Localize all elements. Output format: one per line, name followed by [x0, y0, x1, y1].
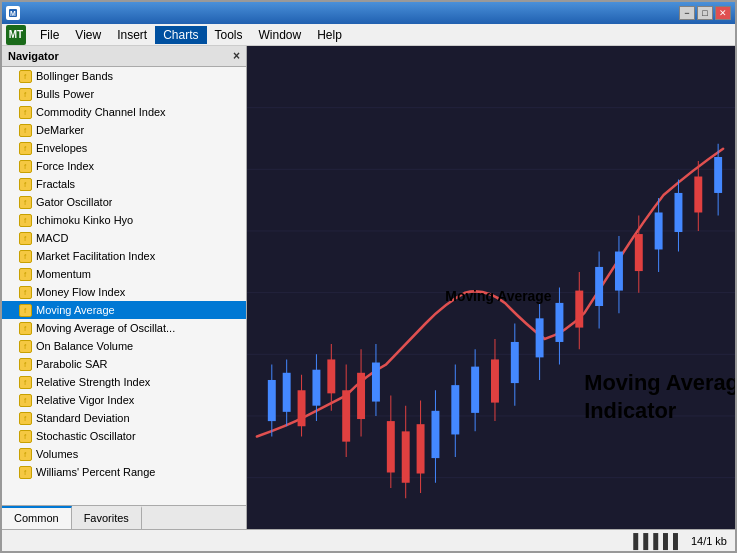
indicator-icon: f [18, 249, 32, 263]
minimize-button[interactable]: − [679, 6, 695, 20]
navigator-panel: Navigator × fBollinger BandsfBulls Power… [2, 46, 247, 529]
svg-rect-55 [655, 212, 663, 249]
list-item[interactable]: fStandard Deviation [2, 409, 246, 427]
indicator-label: Standard Deviation [36, 412, 130, 424]
indicator-icon: f [18, 357, 32, 371]
app-logo: MT [6, 25, 26, 45]
indicator-list: fBollinger BandsfBulls PowerfCommodity C… [2, 67, 246, 481]
indicator-icon: f [18, 213, 32, 227]
indicator-icon: f [18, 303, 32, 317]
indicator-icon: f [18, 339, 32, 353]
nav-list-container[interactable]: fBollinger BandsfBulls PowerfCommodity C… [2, 67, 246, 505]
svg-rect-25 [372, 363, 380, 402]
svg-rect-29 [402, 431, 410, 482]
title-bar: M − □ ✕ [2, 2, 735, 24]
indicator-icon: f [18, 159, 32, 173]
indicator-icon: f [18, 195, 32, 209]
menu-window[interactable]: Window [251, 26, 310, 44]
close-button[interactable]: ✕ [715, 6, 731, 20]
main-content: Navigator × fBollinger BandsfBulls Power… [2, 46, 735, 529]
list-item[interactable]: fBulls Power [2, 85, 246, 103]
menu-bar: MT File View Insert Charts Tools Window … [2, 24, 735, 46]
list-item[interactable]: fEnvelopes [2, 139, 246, 157]
indicator-icon: f [18, 321, 32, 335]
app-icon: M [6, 6, 20, 20]
svg-rect-53 [635, 234, 643, 271]
svg-text:Moving Average: Moving Average [445, 288, 551, 304]
list-item[interactable]: fStochastic Oscillator [2, 427, 246, 445]
nav-tabs: Common Favorites [2, 505, 246, 529]
menu-help[interactable]: Help [309, 26, 350, 44]
indicator-label: Volumes [36, 448, 78, 460]
list-item[interactable]: fDeMarker [2, 121, 246, 139]
list-item[interactable]: fMoving Average of Oscillat... [2, 319, 246, 337]
navigator-close-button[interactable]: × [233, 49, 240, 63]
indicator-label: Bollinger Bands [36, 70, 113, 82]
indicator-icon: f [18, 393, 32, 407]
list-item[interactable]: fForce Index [2, 157, 246, 175]
indicator-icon: f [18, 267, 32, 281]
list-item[interactable]: fMoving Average [2, 301, 246, 319]
indicator-icon: f [18, 447, 32, 461]
tab-common[interactable]: Common [2, 506, 72, 529]
indicator-icon: f [18, 177, 32, 191]
list-item[interactable]: fBollinger Bands [2, 67, 246, 85]
svg-rect-31 [417, 424, 425, 473]
svg-text:M: M [10, 10, 16, 17]
indicator-icon: f [18, 123, 32, 137]
file-size: 14/1 kb [691, 535, 727, 547]
maximize-button[interactable]: □ [697, 6, 713, 20]
menu-insert[interactable]: Insert [109, 26, 155, 44]
svg-text:Indicator: Indicator [584, 398, 676, 423]
indicator-icon: f [18, 285, 32, 299]
svg-rect-19 [327, 359, 335, 393]
tab-favorites[interactable]: Favorites [72, 506, 142, 529]
chart-area[interactable]: Moving Average Moving Average Indicator [247, 46, 735, 529]
svg-rect-59 [694, 177, 702, 213]
indicator-label: Money Flow Index [36, 286, 125, 298]
menu-view[interactable]: View [67, 26, 109, 44]
list-item[interactable]: fGator Oscillator [2, 193, 246, 211]
indicator-label: Relative Vigor Index [36, 394, 134, 406]
indicator-label: Stochastic Oscillator [36, 430, 136, 442]
chart-svg: Moving Average Moving Average Indicator [247, 46, 735, 529]
indicator-label: Relative Strength Index [36, 376, 150, 388]
list-item[interactable]: fParabolic SAR [2, 355, 246, 373]
list-item[interactable]: fIchimoku Kinko Hyo [2, 211, 246, 229]
menu-file[interactable]: File [32, 26, 67, 44]
menu-tools[interactable]: Tools [207, 26, 251, 44]
svg-rect-41 [511, 342, 519, 383]
svg-rect-61 [714, 157, 722, 193]
menu-charts[interactable]: Charts [155, 26, 206, 44]
list-item[interactable]: fWilliams' Percent Range [2, 463, 246, 481]
list-item[interactable]: fVolumes [2, 445, 246, 463]
list-item[interactable]: fMomentum [2, 265, 246, 283]
indicator-label: Moving Average [36, 304, 115, 316]
svg-rect-17 [312, 370, 320, 406]
list-item[interactable]: fFractals [2, 175, 246, 193]
list-item[interactable]: fMarket Facilitation Index [2, 247, 246, 265]
indicator-label: Ichimoku Kinko Hyo [36, 214, 133, 226]
svg-rect-47 [575, 291, 583, 328]
indicator-label: MACD [36, 232, 68, 244]
svg-rect-39 [491, 359, 499, 402]
svg-rect-11 [268, 380, 276, 421]
svg-rect-15 [298, 390, 306, 426]
indicator-label: Bulls Power [36, 88, 94, 100]
list-item[interactable]: fRelative Strength Index [2, 373, 246, 391]
indicator-icon: f [18, 375, 32, 389]
indicator-icon: f [18, 429, 32, 443]
svg-rect-13 [283, 373, 291, 412]
list-item[interactable]: fCommodity Channel Index [2, 103, 246, 121]
title-bar-left: M [6, 6, 20, 20]
svg-rect-43 [536, 318, 544, 357]
list-item[interactable]: fMACD [2, 229, 246, 247]
indicator-label: Commodity Channel Index [36, 106, 166, 118]
list-item[interactable]: fMoney Flow Index [2, 283, 246, 301]
navigator-label: Navigator [8, 50, 59, 62]
list-item[interactable]: fRelative Vigor Index [2, 391, 246, 409]
list-item[interactable]: fOn Balance Volume [2, 337, 246, 355]
svg-rect-33 [431, 411, 439, 458]
indicator-icon: f [18, 87, 32, 101]
svg-rect-49 [595, 267, 603, 306]
